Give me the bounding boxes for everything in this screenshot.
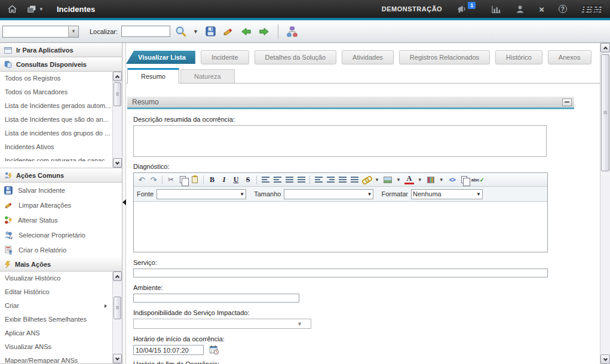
quick-insert-combobox[interactable]: ▼ [2, 26, 79, 38]
reports-chart-icon[interactable] [491, 5, 501, 14]
ordered-list-icon[interactable] [260, 175, 270, 184]
start-datetime-input[interactable]: 10/04/15 10:07:20 [133, 345, 204, 355]
format-select[interactable]: Nenhuma▼ [411, 189, 483, 199]
list-item[interactable]: Visualizar ANSs [0, 340, 112, 354]
save-icon[interactable] [203, 24, 217, 39]
scrollbar-thumb[interactable] [114, 82, 121, 106]
calendar-picker-icon[interactable] [209, 345, 219, 355]
outdent-icon[interactable] [296, 175, 306, 184]
service-input[interactable] [133, 269, 548, 277]
bullet-list-icon[interactable] [272, 175, 282, 184]
editor-body[interactable] [134, 202, 547, 252]
find-input[interactable] [121, 26, 170, 37]
scroll-down-button[interactable] [113, 158, 122, 168]
queries-scrollbar[interactable] [112, 72, 122, 168]
subtab-resumo[interactable]: Resumo [127, 68, 179, 84]
tab-registros-relacionados[interactable]: Registros Relacionados [399, 50, 490, 64]
list-item[interactable]: Editar Histórico [0, 285, 112, 299]
action-clear-changes[interactable]: Limpar Alterações [0, 198, 122, 212]
highlight-color-icon[interactable] [426, 175, 436, 184]
home-icon[interactable] [7, 4, 17, 14]
applications-menu-icon[interactable]: ▼ [27, 5, 44, 14]
link-icon[interactable] [361, 175, 371, 184]
list-item[interactable]: Aplicar ANS [0, 326, 112, 340]
more-actions-scrollbar[interactable] [112, 272, 122, 363]
tab-anexos[interactable]: Anexos [548, 50, 591, 64]
link-menu-caret-icon[interactable]: ▼ [375, 177, 379, 183]
image-icon[interactable] [383, 175, 393, 184]
tab-incidente[interactable]: Incidente [201, 50, 249, 64]
subtab-natureza[interactable]: Natureza [180, 69, 235, 83]
scroll-down-button[interactable] [113, 354, 122, 363]
justify-icon[interactable] [350, 175, 359, 184]
action-create-report[interactable]: Criar o Relatório [0, 242, 122, 257]
tab-historico[interactable]: Histórico [495, 50, 542, 64]
indent-icon[interactable] [284, 175, 294, 184]
spellcheck-icon[interactable]: abc✓ [471, 175, 485, 184]
scrollbar-thumb[interactable] [114, 297, 121, 319]
search-icon[interactable] [174, 24, 188, 39]
next-record-icon[interactable] [257, 24, 271, 39]
undo-icon[interactable]: ↶ [137, 175, 146, 184]
sidebar-header-common-actions[interactable]: Ações Comuns [0, 168, 122, 183]
workflow-icon[interactable] [285, 24, 299, 39]
list-item[interactable]: Todos os Registros [0, 72, 112, 85]
sidebar-item-go-to-apps[interactable]: Ir Para Aplicativos [0, 43, 122, 57]
close-icon[interactable]: × [539, 4, 544, 14]
source-code-icon[interactable]: <> [447, 175, 457, 184]
announcements-icon[interactable]: 1 [456, 4, 477, 14]
main-scrollbar[interactable] [600, 43, 610, 364]
profile-icon[interactable] [516, 5, 525, 14]
list-item[interactable]: Visualizar Histórico [0, 272, 112, 285]
sidebar-header-queries[interactable]: Consultas Disponíveis [0, 57, 122, 72]
image-menu-caret-icon[interactable]: ▼ [396, 177, 401, 183]
size-select[interactable]: ▼ [284, 189, 373, 199]
font-color-caret-icon[interactable]: ▼ [418, 177, 422, 183]
unavailability-select[interactable]: ▼ [133, 319, 311, 329]
scrollbar-thumb[interactable] [601, 54, 609, 171]
search-options-caret-icon[interactable]: ▼ [193, 29, 198, 35]
copy-icon[interactable] [178, 175, 188, 184]
tab-detalhes-da-solucao[interactable]: Detalhes da Solução [255, 50, 337, 64]
list-item[interactable]: Lista de Incidentes gerados autom... [0, 99, 112, 113]
action-select-owner[interactable]: Selecionar Proprietário [0, 227, 122, 242]
sidebar-header-more-actions[interactable]: Mais Ações [0, 257, 122, 272]
action-change-status[interactable]: Alterar Status [0, 212, 122, 227]
list-item[interactable]: Lista de incidentes dos grupos do ... [0, 127, 112, 140]
font-select[interactable]: ▼ [157, 189, 246, 199]
list-item[interactable]: Incidentes Ativos [0, 140, 112, 154]
list-item-criar[interactable]: Criar [0, 299, 112, 313]
align-center-icon[interactable] [338, 175, 347, 184]
combobox-dropdown-button[interactable]: ▼ [68, 26, 78, 37]
bold-button[interactable]: B [207, 175, 217, 184]
tab-atividades[interactable]: Atividades [342, 50, 394, 64]
environment-input[interactable] [133, 294, 299, 303]
help-icon[interactable]: ? [559, 5, 567, 13]
scroll-down-button[interactable] [600, 354, 610, 364]
list-item[interactable]: Mapear/Remapear ANSs [0, 354, 112, 364]
underline-button[interactable]: U [231, 175, 241, 184]
action-save-incident[interactable]: Salvar Incidente [0, 183, 122, 198]
italic-button[interactable]: I [219, 175, 229, 184]
tab-visualizar-lista[interactable]: Visualizar Lista [126, 51, 195, 64]
align-right-icon[interactable] [326, 175, 335, 184]
clear-changes-icon[interactable] [221, 24, 235, 39]
paste-from-word-icon[interactable] [459, 175, 469, 184]
paste-icon[interactable] [190, 175, 200, 184]
strikethrough-button[interactable]: S [243, 175, 253, 184]
redo-icon[interactable]: ↷ [149, 175, 158, 184]
summary-textarea[interactable] [133, 125, 547, 157]
previous-record-icon[interactable] [239, 24, 253, 39]
scroll-up-button[interactable] [113, 72, 122, 81]
list-item[interactable]: Todos os Marcadores [0, 85, 112, 99]
minimize-section-icon[interactable] [562, 98, 572, 106]
align-left-icon[interactable] [314, 175, 323, 184]
scroll-up-button[interactable] [600, 43, 610, 53]
list-item[interactable]: Incidentes com natureza de capac... [0, 154, 112, 161]
list-item[interactable]: Exibir Bilhetes Semelhantes [0, 313, 112, 326]
highlight-caret-icon[interactable]: ▼ [439, 177, 444, 183]
font-color-icon[interactable]: A [404, 175, 414, 184]
scroll-up-button[interactable] [113, 272, 122, 281]
cut-icon[interactable]: ✂ [166, 175, 176, 184]
list-item[interactable]: Lista de Incidentes que são do an... [0, 113, 112, 127]
